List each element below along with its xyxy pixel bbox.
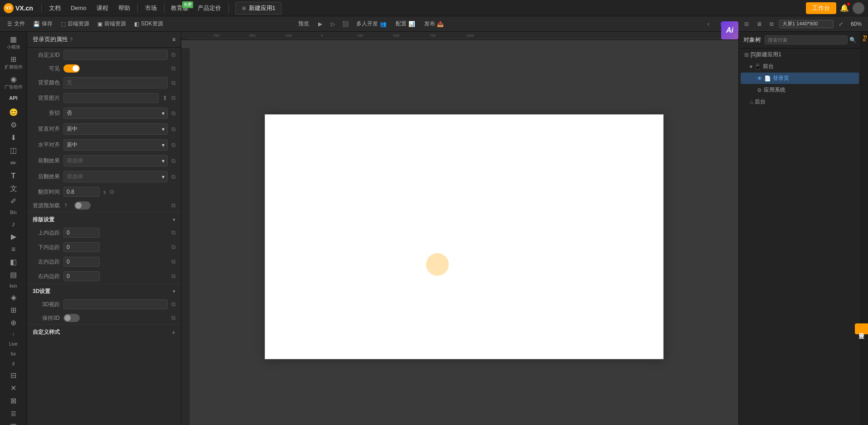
copy-valign-btn[interactable]: ⧉ xyxy=(171,126,175,133)
expand-icon[interactable]: ⤢ xyxy=(835,19,846,29)
tree-item-backend[interactable]: ⌂ 后台 xyxy=(741,96,859,107)
after-effect-select[interactable]: 请选择 ▾ xyxy=(63,171,168,182)
play-btn[interactable]: ▶ xyxy=(315,19,325,29)
nav-docs[interactable]: 文档 xyxy=(44,2,65,14)
workspace-button[interactable]: 工作台 xyxy=(806,2,836,14)
far-right-item1[interactable]: Fu xyxy=(862,32,868,45)
sidebar-grid2[interactable]: ▦ xyxy=(2,420,25,425)
add-style-btn[interactable]: + xyxy=(172,329,175,336)
before-effect-select[interactable]: 请选择 ▾ xyxy=(63,155,168,166)
top-padding-input[interactable] xyxy=(63,228,100,238)
toolbar-frontend[interactable]: ▣ 前端资源 xyxy=(94,19,130,29)
td3-section-header[interactable]: 3D设置 ▾ xyxy=(27,283,181,297)
sidebar-kon[interactable]: kon xyxy=(2,282,25,291)
left-padding-input[interactable] xyxy=(63,257,100,267)
sidebar-text[interactable]: T xyxy=(2,170,25,182)
td3-keep-toggle[interactable] xyxy=(63,314,80,322)
nav-course[interactable]: 课程 xyxy=(92,2,113,14)
sidebar-music[interactable]: ♪ xyxy=(2,218,25,230)
clip-select[interactable]: 否 ▾ xyxy=(63,107,168,119)
props-menu-btn[interactable]: ≡ xyxy=(172,36,175,43)
sidebar-live[interactable]: Live xyxy=(2,340,25,349)
sidebar-api[interactable]: API xyxy=(2,93,25,103)
sidebar-extend-components[interactable]: ⊞ 扩展组件 xyxy=(2,54,25,73)
valign-select[interactable]: 居中 ▾ xyxy=(63,123,168,135)
copy-td3-keep-btn[interactable]: ⧉ xyxy=(171,314,175,322)
sidebar-table[interactable]: ▤ xyxy=(2,269,25,281)
sidebar-video[interactable]: ▶ xyxy=(2,231,25,243)
prev-btn[interactable]: ‹ xyxy=(703,19,714,29)
canvas-content[interactable] xyxy=(189,48,738,425)
toolbar-preview[interactable]: 预览 xyxy=(295,19,313,29)
flip-time-input[interactable] xyxy=(63,187,100,197)
sidebar-if[interactable]: if xyxy=(2,360,25,369)
copy-flip-time-btn[interactable]: ⧉ xyxy=(110,188,114,195)
copy-top-padding-btn[interactable]: ⧉ xyxy=(171,229,175,236)
custom-id-input[interactable] xyxy=(63,50,168,60)
copy-right-padding-btn[interactable]: ⧉ xyxy=(171,273,175,280)
sidebar-pencil[interactable]: ✏ xyxy=(2,157,25,169)
nav-education[interactable]: 教育版 免费 xyxy=(167,2,192,14)
copy-halign-btn[interactable]: ⧉ xyxy=(171,142,175,149)
sidebar-shape[interactable]: ◈ xyxy=(2,292,25,303)
copy-preload-btn[interactable]: ⧉ xyxy=(171,202,175,209)
sidebar-panel[interactable]: ◧ xyxy=(2,256,25,268)
search-icon[interactable]: 🔍 xyxy=(849,37,856,43)
sidebar-add[interactable]: ⊕ xyxy=(2,317,25,329)
preload-toggle[interactable] xyxy=(74,201,91,210)
notification-bell[interactable]: 🔔 xyxy=(840,4,849,12)
copy-icon[interactable]: ⧉ xyxy=(766,19,777,29)
sidebar-list[interactable]: ≡ xyxy=(2,244,25,255)
props-help-icon[interactable]: ? xyxy=(70,37,73,42)
bg-image-input[interactable] xyxy=(63,93,159,103)
copy-left-padding-btn[interactable]: ⧉ xyxy=(171,258,175,265)
floating-upgrade-btn[interactable]: 立即升级 xyxy=(855,323,868,334)
layout-icon[interactable]: ⊟ xyxy=(741,19,752,29)
new-app-tab[interactable]: 🖥 新建应用1 xyxy=(235,2,281,15)
nav-pricing[interactable]: 产品定价 xyxy=(193,2,226,14)
sidebar-small-modules[interactable]: ▦ 小模块 xyxy=(2,34,25,53)
sidebar-component[interactable]: ◫ xyxy=(2,145,25,156)
sidebar-minus-box[interactable]: ⊟ xyxy=(2,370,25,381)
toolbar-save[interactable]: 💾 保存 xyxy=(29,19,56,29)
copy-clip-btn[interactable]: ⧉ xyxy=(171,110,175,117)
copy-after-btn[interactable]: ⧉ xyxy=(171,173,175,181)
bottom-padding-input[interactable] xyxy=(63,242,100,252)
toolbar-publish[interactable]: 发布 📤 xyxy=(421,19,447,29)
sidebar-settings[interactable]: ⚙ xyxy=(2,119,25,131)
copy-bg-img-btn[interactable]: ⧉ xyxy=(171,94,175,102)
sidebar-close-box[interactable]: ✕ xyxy=(2,382,25,394)
sidebar-chinese-text[interactable]: 文 xyxy=(2,183,25,195)
custom-style-section-header[interactable]: 自定义样式 + xyxy=(27,324,181,338)
sidebar-user[interactable]: 😊 xyxy=(2,107,25,118)
tree-item-app[interactable]: ⊞ [5]新建应用1 xyxy=(741,49,859,60)
sidebar-img-table[interactable]: ⊠ xyxy=(2,395,25,407)
copy-td3-dist-btn[interactable]: ⧉ xyxy=(171,301,175,308)
copy-before-btn[interactable]: ⧉ xyxy=(171,157,175,165)
stop-btn[interactable]: ⬛ xyxy=(340,19,351,29)
visible-toggle[interactable] xyxy=(63,64,80,73)
tree-item-login[interactable]: 👁 📄 登录页 xyxy=(741,73,859,84)
halign-select[interactable]: 居中 ▾ xyxy=(63,139,168,151)
sidebar-lines[interactable]: ≣ xyxy=(2,408,25,420)
copy-bg-btn[interactable]: ⧉ xyxy=(171,79,175,87)
nav-demo[interactable]: Demo xyxy=(66,3,91,13)
tree-item-frontend[interactable]: ▾ 📱 前台 xyxy=(741,61,859,72)
play2-btn[interactable]: ▷ xyxy=(327,19,338,29)
toolbar-multidev[interactable]: 多人开发 👥 xyxy=(353,19,390,29)
nav-help[interactable]: 帮助 xyxy=(114,2,135,14)
copy-id-btn[interactable]: ⧉ xyxy=(171,51,175,59)
toolbar-config[interactable]: 配置 📊 xyxy=(392,19,419,29)
tree-item-app-system[interactable]: ⚙ 应用系统 xyxy=(741,84,859,96)
monitor-icon2[interactable]: 🖥 xyxy=(754,19,765,29)
ai-button[interactable]: Ai xyxy=(721,21,738,39)
upload-bg-btn[interactable]: ⬆ xyxy=(162,94,168,102)
toolbar-backend[interactable]: ⬚ 后端资源 xyxy=(57,19,93,29)
sidebar-bin[interactable]: Bin xyxy=(2,208,25,217)
sidebar-download[interactable]: ⬇ xyxy=(2,132,25,144)
toolbar-sdk[interactable]: ◧ SDK资源 xyxy=(131,19,167,29)
copy-visible-btn[interactable]: ⧉ xyxy=(171,65,175,72)
sidebar-for[interactable]: for xyxy=(2,350,25,359)
sidebar-sort[interactable]: ↕ xyxy=(2,330,25,339)
sidebar-ad-components[interactable]: ◉ 广告组件 xyxy=(2,73,25,93)
